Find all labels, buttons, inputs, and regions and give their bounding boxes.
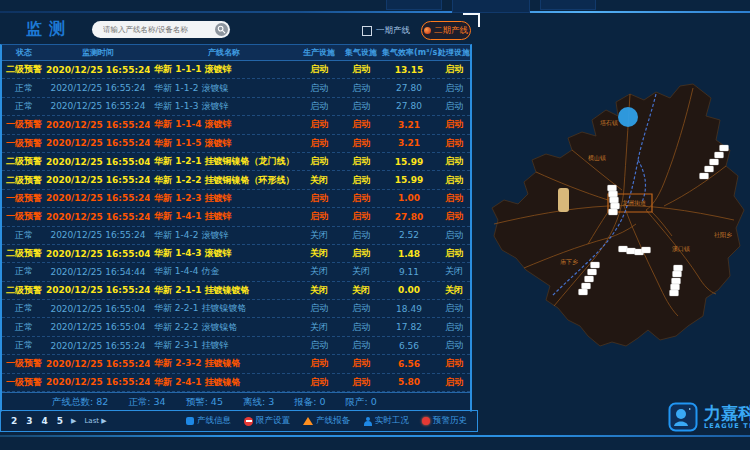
- status-cell: 正常: [2, 229, 46, 242]
- factory-marker[interactable]: [609, 209, 618, 215]
- factory-marker[interactable]: [585, 276, 594, 282]
- line-name-cell: 华新 2-2-2 滚镀镍铬: [150, 321, 298, 334]
- factory-marker[interactable]: [705, 166, 714, 172]
- search-input[interactable]: [101, 24, 215, 35]
- column-header: 生产设施: [298, 47, 340, 58]
- search-box[interactable]: [92, 21, 230, 38]
- page-button[interactable]: 4: [42, 416, 48, 426]
- legend-item[interactable]: 预警历史: [422, 415, 467, 427]
- table-row[interactable]: 正常 2020/12/25 16:55:24 华新 1-1-2 滚镀镍 启动 启…: [2, 79, 470, 97]
- page-button[interactable]: 2: [11, 416, 17, 426]
- gas-efficiency-cell: 18.49: [382, 304, 436, 314]
- next-page-button[interactable]: ▶: [71, 417, 76, 425]
- legend-item[interactable]: 限产设置: [244, 415, 290, 427]
- factory-marker[interactable]: [710, 159, 719, 165]
- factory-marker[interactable]: [672, 278, 681, 284]
- status-cell: 正常: [2, 265, 46, 278]
- treatment-facility-cell: 启动: [436, 339, 472, 352]
- page-button[interactable]: 5: [57, 416, 63, 426]
- brand-logo: 力嘉科技 LEAGUE TECH: [668, 402, 750, 432]
- production-facility-cell: 启动: [298, 100, 340, 113]
- table-row[interactable]: 正常 2020/12/25 16:54:44 华新 1-4-4 仿金 关闭 关闭…: [2, 263, 470, 281]
- gas-efficiency-cell: 17.82: [382, 322, 436, 332]
- table-row[interactable]: 二级预警 2020/12/25 16:55:04 华新 1-2-1 挂镀铜镍铬（…: [2, 153, 470, 171]
- bottom-divider: [0, 435, 750, 437]
- table-row[interactable]: 二级预警 2020/12/25 16:55:24 华新 1-1-1 滚镀锌 启动…: [2, 61, 470, 79]
- legend-label: 实时工况: [375, 415, 409, 427]
- treatment-facility-cell: 启动: [436, 210, 472, 223]
- factory-marker[interactable]: [610, 197, 619, 203]
- factory-marker[interactable]: [609, 191, 618, 197]
- factory-marker[interactable]: [673, 271, 682, 277]
- factory-marker[interactable]: [627, 248, 636, 254]
- status-cell: 二级预警: [2, 155, 46, 168]
- treatment-facility-cell: 启动: [436, 63, 472, 76]
- table-row[interactable]: 一级预警 2020/12/25 16:55:24 华新 2-3-2 挂镀镍铬 启…: [2, 355, 470, 373]
- line-name-cell: 华新 1-2-3 挂镀锌: [150, 192, 298, 205]
- status-cell: 一级预警: [2, 118, 46, 131]
- table-row[interactable]: 正常 2020/12/25 16:55:04 华新 2-2-1 挂镀镍镀铬 启动…: [2, 300, 470, 318]
- page-button[interactable]: 3: [26, 416, 32, 426]
- table-row[interactable]: 正常 2020/12/25 16:55:24 华新 2-3-1 挂镀锌 启动 启…: [2, 337, 470, 355]
- treatment-facility-cell: 启动: [436, 137, 472, 150]
- factory-marker[interactable]: [579, 289, 588, 295]
- gas-facility-cell: 启动: [340, 376, 382, 389]
- person-icon: [363, 417, 372, 426]
- production-facility-cell: 关闭: [298, 284, 340, 297]
- county-map[interactable]: 塔石镇横山镇龙洲街道社阳乡庙下乡溪口镇: [488, 58, 750, 350]
- factory-marker[interactable]: [671, 284, 680, 290]
- table-row[interactable]: 正常 2020/12/25 16:55:24 华新 1-4-2 滚镀锌 关闭 启…: [2, 227, 470, 245]
- gas-facility-cell: 启动: [340, 100, 382, 113]
- status-cell: 二级预警: [2, 284, 46, 297]
- factory-marker[interactable]: [700, 173, 709, 179]
- table-row[interactable]: 一级预警 2020/12/25 16:55:24 华新 2-4-1 挂镀镍铬 启…: [2, 374, 470, 392]
- factory-marker[interactable]: [582, 283, 591, 289]
- production-facility-cell: 关闭: [298, 321, 340, 334]
- table-row[interactable]: 一级预警 2020/12/25 16:55:24 华新 1-1-4 滚镀锌 启动…: [2, 116, 470, 134]
- legend-item[interactable]: 实时工况: [363, 415, 409, 427]
- table-row[interactable]: 二级预警 2020/12/25 16:55:24 华新 1-2-2 挂镀铜镍铬（…: [2, 171, 470, 189]
- legend-item[interactable]: 产线信息: [186, 415, 231, 427]
- legend-label: 产线报备: [316, 415, 350, 427]
- production-facility-cell: 启动: [298, 339, 340, 352]
- factory-marker[interactable]: [619, 246, 628, 252]
- phase2-icon: [424, 27, 431, 34]
- phase1-checkbox[interactable]: [362, 26, 372, 36]
- factory-marker[interactable]: [715, 152, 724, 158]
- legend-item[interactable]: 产线报备: [303, 415, 350, 427]
- time-cell: 2020/12/25 16:55:24: [46, 377, 150, 387]
- production-facility-cell: 关闭: [298, 229, 340, 242]
- production-facility-cell: 启动: [298, 137, 340, 150]
- table-row[interactable]: 正常 2020/12/25 16:55:04 华新 2-2-2 滚镀镍铬 关闭 …: [2, 318, 470, 336]
- time-cell: 2020/12/25 16:55:24: [46, 230, 150, 240]
- table-row[interactable]: 二级预警 2020/12/25 16:55:04 华新 1-4-3 滚镀锌 关闭…: [2, 245, 470, 263]
- factory-marker[interactable]: [608, 185, 617, 191]
- search-icon[interactable]: [215, 23, 228, 36]
- factory-marker[interactable]: [642, 247, 651, 253]
- table-row[interactable]: 二级预警 2020/12/25 16:55:24 华新 2-1-1 挂镀镍镀铬 …: [2, 282, 470, 300]
- brand-name-cn: 力嘉科技: [704, 405, 750, 422]
- factory-marker[interactable]: [720, 145, 729, 151]
- factory-marker[interactable]: [611, 203, 620, 209]
- status-cell: 正常: [2, 82, 46, 95]
- line-name-cell: 华新 1-1-4 滚镀锌: [150, 118, 298, 131]
- treatment-facility-cell: 启动: [436, 357, 472, 370]
- alert-bubble-marker[interactable]: [618, 107, 638, 127]
- table-row[interactable]: 一级预警 2020/12/25 16:55:24 华新 1-4-1 挂镀锌 启动…: [2, 208, 470, 226]
- factory-marker[interactable]: [588, 269, 597, 275]
- legend-label: 产线信息: [197, 415, 231, 427]
- treatment-facility-cell: 启动: [436, 82, 472, 95]
- header-decoration: [452, 0, 530, 13]
- table-row[interactable]: 一级预警 2020/12/25 16:55:24 华新 1-1-5 滚镀锌 启动…: [2, 135, 470, 153]
- factory-marker[interactable]: [674, 265, 683, 271]
- treatment-facility-cell: 启动: [436, 229, 472, 242]
- phase1-toggle[interactable]: 一期产线: [362, 25, 410, 37]
- last-page-button[interactable]: Last ▶: [84, 417, 106, 425]
- gas-efficiency-cell: 1.48: [382, 249, 436, 259]
- legend-label: 限产设置: [256, 415, 290, 427]
- table-row[interactable]: 一级预警 2020/12/25 16:55:24 华新 1-2-3 挂镀锌 启动…: [2, 190, 470, 208]
- factory-marker[interactable]: [591, 262, 600, 268]
- status-cell: 一级预警: [2, 192, 46, 205]
- table-row[interactable]: 正常 2020/12/25 16:55:24 华新 1-1-3 滚镀锌 启动 启…: [2, 98, 470, 116]
- factory-marker[interactable]: [670, 290, 679, 296]
